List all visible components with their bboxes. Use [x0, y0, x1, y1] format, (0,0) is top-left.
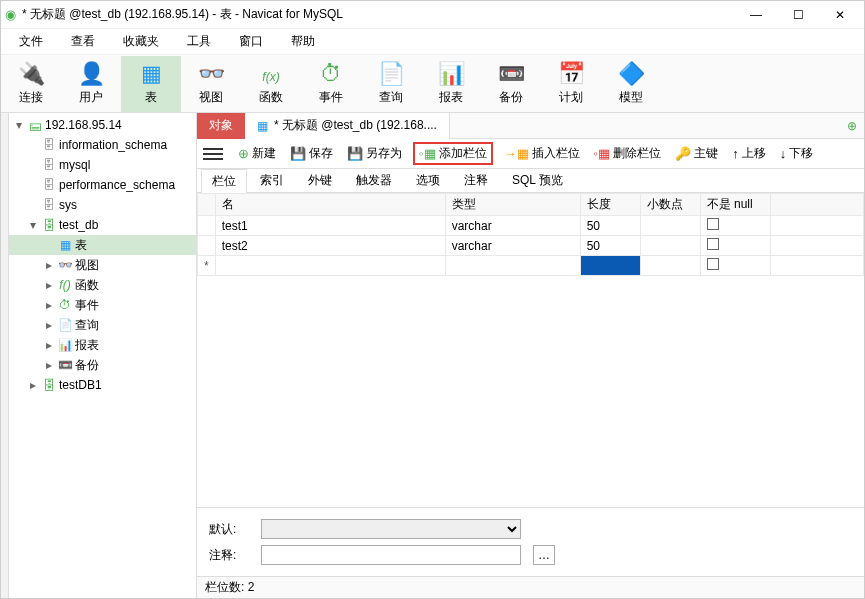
chevron-down-icon[interactable]: ▾ — [13, 118, 25, 132]
toolbar-table[interactable]: ▦ 表 — [121, 56, 181, 112]
add-field-button[interactable]: ◦▦添加栏位 — [413, 142, 493, 165]
checkbox-icon[interactable] — [707, 218, 719, 230]
delete-field-button[interactable]: ◦▦删除栏位 — [589, 143, 667, 164]
move-up-button[interactable]: ↑上移 — [727, 143, 771, 164]
tree-functions[interactable]: ▸f() 函数 — [9, 275, 196, 295]
default-select[interactable] — [261, 519, 521, 539]
cell-notnull[interactable] — [700, 236, 770, 256]
chevron-right-icon[interactable]: ▸ — [27, 378, 39, 392]
tree-db-test-db[interactable]: ▾ 🗄 test_db — [9, 215, 196, 235]
move-down-button[interactable]: ↓下移 — [775, 143, 819, 164]
checkbox-icon[interactable] — [707, 238, 719, 250]
cell-type[interactable] — [445, 256, 580, 276]
toolbar-user[interactable]: 👤 用户 — [61, 56, 121, 112]
table-row[interactable]: test1 varchar 50 — [198, 216, 864, 236]
minimize-button[interactable]: — — [736, 3, 776, 27]
toolbar-backup[interactable]: 📼 备份 — [481, 56, 541, 112]
row-marker-header — [198, 194, 216, 216]
col-type-header[interactable]: 类型 — [445, 194, 580, 216]
tree-events[interactable]: ▸⏱ 事件 — [9, 295, 196, 315]
cell-decimals[interactable] — [640, 236, 700, 256]
chevron-right-icon[interactable]: ▸ — [43, 298, 55, 312]
toolbar-query[interactable]: 📄 查询 — [361, 56, 421, 112]
toolbar-function[interactable]: f(x) 函数 — [241, 56, 301, 112]
tree-db-info-schema[interactable]: 🗄 information_schema — [9, 135, 196, 155]
cell-notnull[interactable] — [700, 216, 770, 236]
cell-length[interactable]: 50 — [580, 216, 640, 236]
menu-favorites[interactable]: 收藏夹 — [113, 31, 169, 52]
table-row[interactable]: test2 varchar 50 — [198, 236, 864, 256]
col-name-header[interactable]: 名 — [215, 194, 445, 216]
toolbar-view[interactable]: 👓 视图 — [181, 56, 241, 112]
col-notnull-header[interactable]: 不是 null — [700, 194, 770, 216]
primary-key-button[interactable]: 🔑主键 — [670, 143, 723, 164]
cell-name[interactable]: test2 — [215, 236, 445, 256]
toolbar-report[interactable]: 📊 报表 — [421, 56, 481, 112]
toolbar-schedule[interactable]: 📅 计划 — [541, 56, 601, 112]
tab-triggers[interactable]: 触发器 — [345, 168, 403, 192]
close-button[interactable]: ✕ — [820, 3, 860, 27]
tab-table-editor[interactable]: ▦ * 无标题 @test_db (192.168.... — [245, 113, 450, 139]
tree-db-perf-schema[interactable]: 🗄 performance_schema — [9, 175, 196, 195]
toolbar-label: 表 — [145, 89, 157, 106]
tree-db-testdb1[interactable]: ▸ 🗄 testDB1 — [9, 375, 196, 395]
menu-file[interactable]: 文件 — [9, 31, 53, 52]
tab-foreign-keys[interactable]: 外键 — [297, 168, 343, 192]
save-as-button[interactable]: 💾另存为 — [342, 143, 407, 164]
new-tab-button[interactable]: ⊕ — [840, 119, 864, 133]
tab-comment[interactable]: 注释 — [453, 168, 499, 192]
checkbox-icon[interactable] — [707, 258, 719, 270]
col-length-header[interactable]: 长度 — [580, 194, 640, 216]
tree-db-mysql[interactable]: 🗄 mysql — [9, 155, 196, 175]
toolbar-event[interactable]: ⏱ 事件 — [301, 56, 361, 112]
chevron-right-icon[interactable]: ▸ — [43, 278, 55, 292]
new-button[interactable]: ⊕新建 — [233, 143, 281, 164]
tab-sql-preview[interactable]: SQL 预览 — [501, 168, 574, 192]
chevron-right-icon[interactable]: ▸ — [43, 358, 55, 372]
tree-queries[interactable]: ▸📄 查询 — [9, 315, 196, 335]
tree-reports[interactable]: ▸📊 报表 — [9, 335, 196, 355]
menu-window[interactable]: 窗口 — [229, 31, 273, 52]
cell-name[interactable]: test1 — [215, 216, 445, 236]
tab-indexes[interactable]: 索引 — [249, 168, 295, 192]
chevron-right-icon[interactable]: ▸ — [43, 338, 55, 352]
cell-type[interactable]: varchar — [445, 216, 580, 236]
tree-tables[interactable]: ▦ 表 — [9, 235, 196, 255]
menu-view[interactable]: 查看 — [61, 31, 105, 52]
tree-label: information_schema — [59, 138, 167, 152]
toolbar-label: 计划 — [559, 89, 583, 106]
cell-notnull[interactable] — [700, 256, 770, 276]
tab-options[interactable]: 选项 — [405, 168, 451, 192]
table-row[interactable]: * — [198, 256, 864, 276]
cell-decimals[interactable] — [640, 216, 700, 236]
comment-input[interactable] — [261, 545, 521, 565]
insert-field-button[interactable]: →▦插入栏位 — [499, 143, 585, 164]
chevron-right-icon[interactable]: ▸ — [43, 318, 55, 332]
cell-length[interactable]: 50 — [580, 236, 640, 256]
save-button[interactable]: 💾保存 — [285, 143, 338, 164]
tree-views[interactable]: ▸👓 视图 — [9, 255, 196, 275]
col-decimals-header[interactable]: 小数点 — [640, 194, 700, 216]
chevron-right-icon[interactable]: ▸ — [43, 258, 55, 272]
tab-fields[interactable]: 栏位 — [201, 169, 247, 193]
backup-icon: 📼 — [498, 61, 525, 87]
menu-tools[interactable]: 工具 — [177, 31, 221, 52]
user-icon: 👤 — [78, 61, 105, 87]
menu-toggle-button[interactable] — [203, 144, 223, 164]
maximize-button[interactable]: ☐ — [778, 3, 818, 27]
toolbar-connection[interactable]: 🔌 连接 — [1, 56, 61, 112]
cell-decimals[interactable] — [640, 256, 700, 276]
tree-backups[interactable]: ▸📼 备份 — [9, 355, 196, 375]
cell-length[interactable] — [580, 256, 640, 276]
btn-label: 保存 — [309, 145, 333, 162]
cell-type[interactable]: varchar — [445, 236, 580, 256]
tree-connection[interactable]: ▾ 🖴 192.168.95.14 — [9, 115, 196, 135]
chevron-down-icon[interactable]: ▾ — [27, 218, 39, 232]
toolbar-model[interactable]: 🔷 模型 — [601, 56, 661, 112]
tab-objects[interactable]: 对象 — [197, 113, 245, 139]
menu-help[interactable]: 帮助 — [281, 31, 325, 52]
cell-name[interactable] — [215, 256, 445, 276]
model-icon: 🔷 — [618, 61, 645, 87]
tree-db-sys[interactable]: 🗄 sys — [9, 195, 196, 215]
comment-more-button[interactable]: … — [533, 545, 555, 565]
